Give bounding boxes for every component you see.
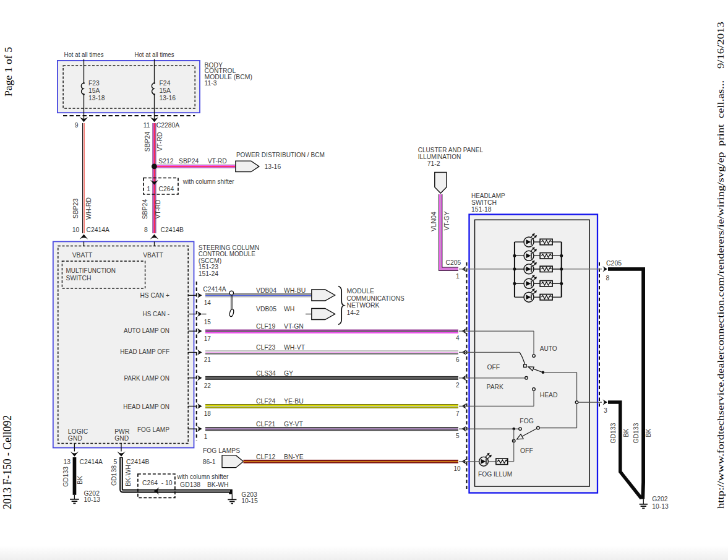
svg-text:10: 10 [72, 226, 80, 233]
svg-text:with column shifter: with column shifter [176, 473, 228, 480]
svg-text:CLF12: CLF12 [256, 454, 275, 460]
svg-text:BK-WH: BK-WH [207, 481, 229, 488]
svg-text:F24: F24 [160, 80, 171, 87]
svg-text:Hot at all times: Hot at all times [64, 51, 104, 58]
svg-text:C264 - 10: C264 - 10 [142, 480, 173, 486]
svg-text:10-13: 10-13 [84, 496, 101, 503]
svg-text:4: 4 [456, 335, 460, 342]
svg-text:OFF: OFF [520, 447, 533, 454]
svg-text:CLS34: CLS34 [256, 370, 276, 377]
svg-text:151-18: 151-18 [471, 206, 492, 213]
svg-text:PARK: PARK [487, 384, 504, 390]
svg-text:21: 21 [204, 356, 212, 363]
svg-text:10-13: 10-13 [652, 503, 669, 510]
svg-text:HEAD LAMP ON: HEAD LAMP ON [123, 403, 169, 410]
svg-text:Page 1 of 5: Page 1 of 5 [2, 47, 14, 97]
svg-text:C2414A: C2414A [80, 459, 103, 465]
svg-text:STEERING COLUMN: STEERING COLUMN [199, 244, 260, 251]
svg-text:CONTROL MODULE: CONTROL MODULE [199, 251, 255, 257]
svg-text:CLF21: CLF21 [256, 421, 275, 428]
svg-text:CLUSTER AND PANEL: CLUSTER AND PANEL [418, 147, 483, 153]
svg-text:FOG LAMP: FOG LAMP [137, 426, 169, 433]
svg-text:17: 17 [204, 335, 212, 342]
svg-text:GND: GND [68, 435, 82, 442]
svg-text:3: 3 [604, 407, 607, 414]
svg-text:1: 1 [204, 433, 208, 440]
svg-text:WH-RD: WH-RD [85, 197, 92, 220]
svg-text:6: 6 [456, 356, 460, 363]
svg-text:CLF24: CLF24 [256, 398, 275, 405]
svg-text:SWITCH: SWITCH [471, 199, 497, 206]
svg-text:BN-YE: BN-YE [284, 454, 304, 460]
svg-text:C2414A: C2414A [87, 226, 110, 233]
svg-text:(SCCM): (SCCM) [199, 257, 222, 264]
svg-text:CLF19: CLF19 [256, 323, 275, 330]
svg-text:HS CAN -: HS CAN - [143, 311, 170, 317]
svg-text:C205: C205 [606, 260, 622, 267]
svg-text:VT-RD: VT-RD [156, 132, 163, 151]
svg-text:VLN04: VLN04 [430, 212, 437, 231]
svg-text:WH: WH [284, 306, 294, 312]
svg-text:13: 13 [64, 459, 71, 465]
svg-text:GY: GY [284, 370, 293, 377]
svg-text:VT-RD: VT-RD [155, 199, 161, 218]
svg-text:VT-GY: VT-GY [443, 211, 450, 230]
svg-text:AUTO: AUTO [540, 345, 557, 352]
svg-text:BK: BK [645, 429, 652, 437]
svg-text:14: 14 [204, 299, 212, 306]
svg-text:G202: G202 [652, 496, 668, 502]
svg-text:C2414B: C2414B [126, 459, 150, 465]
svg-text:POWER DISTRIBUTION / BCM: POWER DISTRIBUTION / BCM [236, 152, 325, 158]
svg-text:NETWORK: NETWORK [346, 302, 379, 309]
svg-text:S212: S212 [158, 158, 173, 165]
svg-text:FOG LAMPS: FOG LAMPS [203, 447, 240, 454]
svg-text:10: 10 [454, 465, 461, 472]
svg-text:C2414A: C2414A [203, 286, 226, 293]
svg-text:CLF23: CLF23 [256, 344, 275, 351]
svg-text:ILLUMINATION: ILLUMINATION [418, 153, 461, 160]
svg-text:9: 9 [75, 122, 79, 129]
svg-text:GY-VT: GY-VT [284, 421, 303, 428]
svg-text:with column shifter: with column shifter [182, 178, 234, 185]
svg-text:15: 15 [204, 319, 212, 325]
svg-text:2: 2 [456, 382, 460, 389]
svg-text:HEAD LAMP OFF: HEAD LAMP OFF [120, 348, 169, 355]
svg-text:WH-BU: WH-BU [284, 287, 306, 294]
svg-text:5: 5 [114, 459, 118, 465]
svg-text:MODULE: MODULE [346, 288, 374, 295]
svg-text:OFF: OFF [487, 364, 500, 371]
svg-text:8: 8 [606, 275, 609, 282]
svg-text:14-2: 14-2 [346, 309, 359, 316]
svg-text:GD133: GD133 [610, 423, 617, 443]
svg-text:GD138: GD138 [180, 481, 200, 488]
svg-text:18: 18 [204, 410, 212, 417]
svg-text:VBATT: VBATT [72, 252, 93, 259]
svg-text:SBP24: SBP24 [142, 199, 148, 220]
svg-text:VDB05: VDB05 [256, 306, 276, 312]
svg-text:SBP24: SBP24 [179, 158, 199, 165]
svg-text:VT-GN: VT-GN [284, 323, 304, 330]
svg-text:GND: GND [114, 435, 129, 442]
svg-text:GD138: GD138 [111, 465, 118, 486]
svg-text:11: 11 [143, 122, 150, 129]
svg-text:LOGIC: LOGIC [68, 428, 88, 435]
svg-text:1: 1 [147, 186, 150, 192]
svg-text:http://www.fordtechservice.dea: http://www.fordtechservice.dealerconnect… [715, 22, 726, 509]
svg-text:F23: F23 [88, 80, 100, 87]
svg-text:HS CAN +: HS CAN + [140, 292, 169, 299]
svg-text:13-16: 13-16 [160, 95, 176, 101]
svg-text:VT-RD: VT-RD [208, 158, 227, 165]
svg-text:HEADLAMP: HEADLAMP [471, 192, 505, 199]
svg-text:C2414B: C2414B [160, 226, 184, 233]
svg-text:VDB04: VDB04 [256, 287, 276, 294]
svg-text:151-24: 151-24 [199, 270, 219, 277]
svg-text:C264: C264 [159, 186, 174, 192]
svg-text:5: 5 [456, 433, 460, 439]
svg-text:22: 22 [204, 382, 212, 389]
svg-text:GD133: GD133 [63, 467, 70, 487]
svg-text:AUTO LAMP ON: AUTO LAMP ON [124, 327, 169, 334]
svg-text:13-16: 13-16 [265, 163, 281, 170]
svg-text:151-23: 151-23 [199, 264, 219, 270]
svg-text:C2280A: C2280A [156, 122, 180, 129]
svg-text:COMMUNICATIONS: COMMUNICATIONS [346, 295, 404, 302]
